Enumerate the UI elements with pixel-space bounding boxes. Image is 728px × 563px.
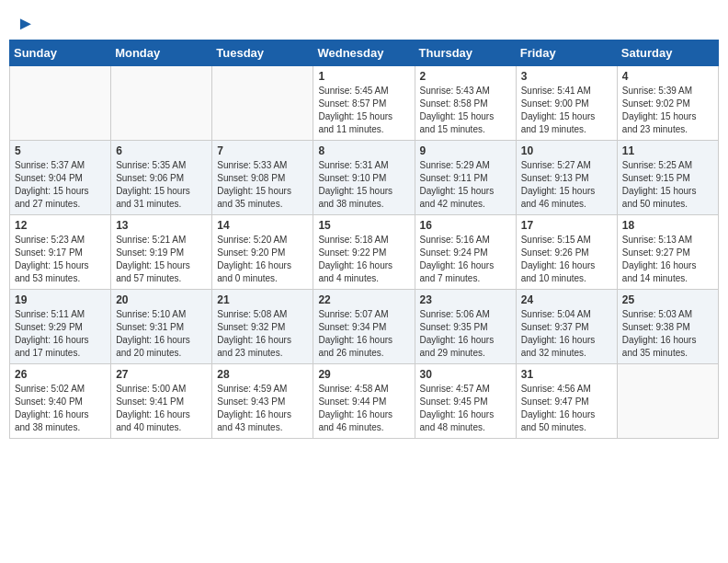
day-number: 25 bbox=[622, 293, 713, 306]
calendar-day-cell: 2Sunrise: 5:43 AM Sunset: 8:58 PM Daylig… bbox=[415, 66, 516, 141]
calendar-day-cell: 18Sunrise: 5:13 AM Sunset: 9:27 PM Dayli… bbox=[617, 215, 718, 290]
day-info: Sunrise: 5:23 AM Sunset: 9:17 PM Dayligh… bbox=[15, 234, 106, 285]
day-number: 14 bbox=[217, 219, 308, 232]
day-info: Sunrise: 4:57 AM Sunset: 9:45 PM Dayligh… bbox=[420, 383, 511, 434]
calendar-day-cell bbox=[10, 66, 111, 141]
calendar-day-cell: 17Sunrise: 5:15 AM Sunset: 9:26 PM Dayli… bbox=[516, 215, 617, 290]
calendar-day-cell: 10Sunrise: 5:27 AM Sunset: 9:13 PM Dayli… bbox=[516, 141, 617, 215]
day-number: 12 bbox=[15, 219, 106, 232]
day-number: 7 bbox=[217, 144, 308, 157]
day-number: 8 bbox=[318, 144, 409, 157]
day-number: 4 bbox=[622, 70, 713, 83]
day-info: Sunrise: 5:31 AM Sunset: 9:10 PM Dayligh… bbox=[318, 159, 409, 211]
calendar-day-cell bbox=[212, 66, 313, 141]
calendar-weekday-thursday: Thursday bbox=[415, 40, 516, 66]
day-info: Sunrise: 5:16 AM Sunset: 9:24 PM Dayligh… bbox=[420, 234, 511, 285]
day-info: Sunrise: 5:39 AM Sunset: 9:02 PM Dayligh… bbox=[622, 85, 713, 136]
calendar-day-cell: 30Sunrise: 4:57 AM Sunset: 9:45 PM Dayli… bbox=[415, 364, 516, 439]
calendar-day-cell: 12Sunrise: 5:23 AM Sunset: 9:17 PM Dayli… bbox=[10, 215, 111, 290]
calendar-day-cell: 21Sunrise: 5:08 AM Sunset: 9:32 PM Dayli… bbox=[212, 290, 313, 364]
day-info: Sunrise: 4:58 AM Sunset: 9:44 PM Dayligh… bbox=[318, 383, 409, 434]
day-number: 26 bbox=[15, 368, 106, 381]
calendar-day-cell: 5Sunrise: 5:37 AM Sunset: 9:04 PM Daylig… bbox=[10, 141, 111, 215]
day-number: 29 bbox=[318, 368, 409, 381]
day-info: Sunrise: 5:41 AM Sunset: 9:00 PM Dayligh… bbox=[521, 85, 612, 136]
day-info: Sunrise: 5:20 AM Sunset: 9:20 PM Dayligh… bbox=[217, 234, 308, 285]
day-number: 1 bbox=[318, 70, 409, 83]
calendar-day-cell: 1Sunrise: 5:45 AM Sunset: 8:57 PM Daylig… bbox=[313, 66, 415, 141]
day-info: Sunrise: 5:18 AM Sunset: 9:22 PM Dayligh… bbox=[318, 234, 409, 285]
day-info: Sunrise: 5:03 AM Sunset: 9:38 PM Dayligh… bbox=[622, 308, 713, 360]
day-info: Sunrise: 5:45 AM Sunset: 8:57 PM Dayligh… bbox=[318, 85, 409, 136]
day-number: 11 bbox=[622, 144, 713, 157]
calendar-day-cell: 11Sunrise: 5:25 AM Sunset: 9:15 PM Dayli… bbox=[617, 141, 718, 215]
calendar-weekday-tuesday: Tuesday bbox=[212, 40, 313, 66]
day-number: 16 bbox=[420, 219, 511, 232]
calendar-day-cell: 4Sunrise: 5:39 AM Sunset: 9:02 PM Daylig… bbox=[617, 66, 718, 141]
day-number: 31 bbox=[521, 368, 612, 381]
calendar-day-cell: 26Sunrise: 5:02 AM Sunset: 9:40 PM Dayli… bbox=[10, 364, 111, 439]
calendar-header-row: SundayMondayTuesdayWednesdayThursdayFrid… bbox=[10, 40, 719, 66]
day-info: Sunrise: 5:04 AM Sunset: 9:37 PM Dayligh… bbox=[521, 308, 612, 360]
calendar-day-cell: 9Sunrise: 5:29 AM Sunset: 9:11 PM Daylig… bbox=[415, 141, 516, 215]
logo-bird-icon: ► bbox=[17, 13, 35, 34]
calendar-day-cell: 27Sunrise: 5:00 AM Sunset: 9:41 PM Dayli… bbox=[111, 364, 212, 439]
calendar-day-cell: 20Sunrise: 5:10 AM Sunset: 9:31 PM Dayli… bbox=[111, 290, 212, 364]
day-info: Sunrise: 5:35 AM Sunset: 9:06 PM Dayligh… bbox=[116, 159, 207, 211]
calendar-week-row: 19Sunrise: 5:11 AM Sunset: 9:29 PM Dayli… bbox=[10, 290, 719, 364]
calendar-week-row: 5Sunrise: 5:37 AM Sunset: 9:04 PM Daylig… bbox=[10, 141, 719, 215]
day-number: 18 bbox=[622, 219, 713, 232]
day-number: 15 bbox=[318, 219, 409, 232]
day-info: Sunrise: 5:07 AM Sunset: 9:34 PM Dayligh… bbox=[318, 308, 409, 360]
day-info: Sunrise: 5:11 AM Sunset: 9:29 PM Dayligh… bbox=[15, 308, 106, 360]
day-number: 9 bbox=[420, 144, 511, 157]
day-info: Sunrise: 5:25 AM Sunset: 9:15 PM Dayligh… bbox=[622, 159, 713, 211]
calendar-day-cell: 13Sunrise: 5:21 AM Sunset: 9:19 PM Dayli… bbox=[111, 215, 212, 290]
day-number: 20 bbox=[116, 293, 207, 306]
calendar-weekday-friday: Friday bbox=[516, 40, 617, 66]
page-header: ► bbox=[9, 9, 719, 34]
day-number: 22 bbox=[318, 293, 409, 306]
calendar-day-cell: 7Sunrise: 5:33 AM Sunset: 9:08 PM Daylig… bbox=[212, 141, 313, 215]
day-info: Sunrise: 4:56 AM Sunset: 9:47 PM Dayligh… bbox=[521, 383, 612, 434]
day-number: 5 bbox=[15, 144, 106, 157]
calendar-day-cell bbox=[617, 364, 718, 439]
calendar-week-row: 12Sunrise: 5:23 AM Sunset: 9:17 PM Dayli… bbox=[10, 215, 719, 290]
day-number: 30 bbox=[420, 368, 511, 381]
calendar-week-row: 26Sunrise: 5:02 AM Sunset: 9:40 PM Dayli… bbox=[10, 364, 719, 439]
day-info: Sunrise: 4:59 AM Sunset: 9:43 PM Dayligh… bbox=[217, 383, 308, 434]
day-number: 13 bbox=[116, 219, 207, 232]
day-number: 2 bbox=[420, 70, 511, 83]
calendar-weekday-sunday: Sunday bbox=[10, 40, 111, 66]
day-number: 27 bbox=[116, 368, 207, 381]
calendar-weekday-wednesday: Wednesday bbox=[313, 40, 415, 66]
day-info: Sunrise: 5:00 AM Sunset: 9:41 PM Dayligh… bbox=[116, 383, 207, 434]
day-info: Sunrise: 5:13 AM Sunset: 9:27 PM Dayligh… bbox=[622, 234, 713, 285]
calendar-day-cell bbox=[111, 66, 212, 141]
logo: ► bbox=[13, 9, 35, 34]
calendar-day-cell: 28Sunrise: 4:59 AM Sunset: 9:43 PM Dayli… bbox=[212, 364, 313, 439]
day-info: Sunrise: 5:06 AM Sunset: 9:35 PM Dayligh… bbox=[420, 308, 511, 360]
day-info: Sunrise: 5:37 AM Sunset: 9:04 PM Dayligh… bbox=[15, 159, 106, 211]
calendar-day-cell: 15Sunrise: 5:18 AM Sunset: 9:22 PM Dayli… bbox=[313, 215, 415, 290]
calendar-day-cell: 8Sunrise: 5:31 AM Sunset: 9:10 PM Daylig… bbox=[313, 141, 415, 215]
day-info: Sunrise: 5:15 AM Sunset: 9:26 PM Dayligh… bbox=[521, 234, 612, 285]
day-number: 10 bbox=[521, 144, 612, 157]
calendar-day-cell: 29Sunrise: 4:58 AM Sunset: 9:44 PM Dayli… bbox=[313, 364, 415, 439]
day-number: 17 bbox=[521, 219, 612, 232]
day-info: Sunrise: 5:43 AM Sunset: 8:58 PM Dayligh… bbox=[420, 85, 511, 136]
calendar-day-cell: 24Sunrise: 5:04 AM Sunset: 9:37 PM Dayli… bbox=[516, 290, 617, 364]
day-info: Sunrise: 5:21 AM Sunset: 9:19 PM Dayligh… bbox=[116, 234, 207, 285]
calendar-day-cell: 14Sunrise: 5:20 AM Sunset: 9:20 PM Dayli… bbox=[212, 215, 313, 290]
calendar-day-cell: 3Sunrise: 5:41 AM Sunset: 9:00 PM Daylig… bbox=[516, 66, 617, 141]
day-info: Sunrise: 5:33 AM Sunset: 9:08 PM Dayligh… bbox=[217, 159, 308, 211]
day-info: Sunrise: 5:29 AM Sunset: 9:11 PM Dayligh… bbox=[420, 159, 511, 211]
day-number: 19 bbox=[15, 293, 106, 306]
day-info: Sunrise: 5:02 AM Sunset: 9:40 PM Dayligh… bbox=[15, 383, 106, 434]
day-number: 6 bbox=[116, 144, 207, 157]
calendar-day-cell: 23Sunrise: 5:06 AM Sunset: 9:35 PM Dayli… bbox=[415, 290, 516, 364]
day-number: 24 bbox=[521, 293, 612, 306]
calendar-weekday-saturday: Saturday bbox=[617, 40, 718, 66]
day-number: 23 bbox=[420, 293, 511, 306]
calendar-day-cell: 19Sunrise: 5:11 AM Sunset: 9:29 PM Dayli… bbox=[10, 290, 111, 364]
